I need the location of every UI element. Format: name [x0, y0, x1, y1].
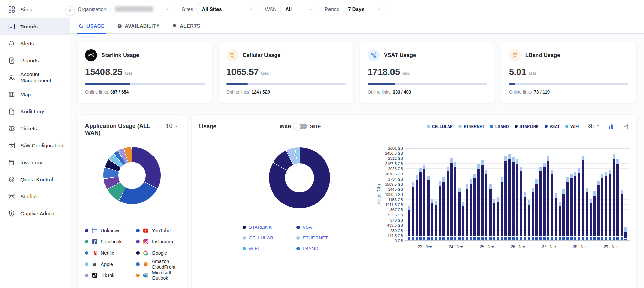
- usage-legend-item-wifi[interactable]: WIFI: [243, 243, 296, 254]
- usage-legend-item-lband[interactable]: LBAND: [296, 243, 328, 254]
- stat-card-starlink-usage: Starlink Usage15408.25GBOnline links 387…: [78, 42, 212, 103]
- sidebar-item-label: Map: [20, 91, 31, 98]
- sidebar-item-inventory[interactable]: Inventory: [0, 154, 70, 171]
- legend-item-apple[interactable]: Apple: [85, 259, 136, 270]
- bar-legend-item-cellular[interactable]: CELLULAR: [427, 124, 453, 129]
- starlink-swoosh-icon: [8, 193, 15, 200]
- bar-segment: [621, 194, 623, 236]
- usage-legend-item-starlink[interactable]: STARLINK: [243, 222, 296, 233]
- filter-sites-select[interactable]: All Sites: [196, 3, 258, 15]
- chevron-down-icon: [309, 7, 313, 11]
- filter-organization-select[interactable]: [110, 3, 175, 15]
- top-n-select[interactable]: 10: [165, 123, 179, 131]
- tab-usage[interactable]: USAGE: [79, 18, 105, 33]
- bar-segment: [570, 237, 573, 240]
- legend-item-facebook[interactable]: Facebook: [85, 236, 136, 248]
- y-axis-tick-label: 1445 GB: [376, 187, 403, 191]
- bar-segment: [427, 176, 430, 179]
- bar-segment: [416, 175, 418, 178]
- youtube-icon: [143, 227, 149, 234]
- x-axis-tick: [611, 241, 611, 242]
- bar-segment: [593, 191, 596, 194]
- bar-segment: [423, 169, 425, 236]
- box-icon: [8, 159, 15, 166]
- sidebar-item-label: Inventory: [20, 159, 42, 166]
- satellite-icon: [368, 49, 380, 61]
- sidebar-item-alerts[interactable]: Alerts: [0, 35, 70, 52]
- stat-card-progress-fill: [368, 83, 395, 85]
- legend-dot: [136, 274, 140, 277]
- sidebar-item-map[interactable]: Map: [0, 86, 70, 103]
- shield-icon: [8, 210, 15, 217]
- sidebar-item-s-w-configuration[interactable]: S/W Configuration: [0, 137, 70, 154]
- usage-legend-item-vsat[interactable]: VSAT: [296, 222, 328, 233]
- stacked-bar: [458, 188, 461, 240]
- bar-legend-item-vsat[interactable]: VSAT: [545, 124, 560, 129]
- sidebar-item-trends[interactable]: Trends: [0, 18, 70, 35]
- application-usage-card: Application Usage (ALL WAN) 10 ?UnknownY…: [78, 115, 187, 288]
- bar-chart-type-button[interactable]: [608, 123, 614, 130]
- bar-segment: [551, 237, 553, 240]
- bar-segment: [493, 199, 495, 202]
- bar-segment: [555, 198, 557, 236]
- legend-item-netflix[interactable]: Netflix: [85, 248, 136, 259]
- legend-item-tiktok[interactable]: TikTok: [85, 270, 136, 281]
- legend-item-google[interactable]: Google: [136, 248, 179, 259]
- bar-segment: [520, 171, 522, 236]
- stacked-bar: [435, 201, 437, 240]
- tab-alerts[interactable]: ALERTS: [172, 18, 200, 33]
- sidebar-item-audit-logs[interactable]: Audit Logs: [0, 103, 70, 120]
- usage-legend-item-cellular[interactable]: CELLULAR: [243, 233, 296, 243]
- filter-label: Sites: [182, 6, 193, 12]
- legend-dot: [296, 236, 300, 240]
- blurred-organization-value: [115, 6, 153, 12]
- tab-availability[interactable]: AVAILABILITY: [117, 18, 160, 33]
- charts-row: Application Usage (ALL WAN) 10 ?UnknownY…: [78, 115, 636, 288]
- legend-item-microsoft-outlook[interactable]: Microsoft Outlook: [136, 270, 179, 281]
- bar-legend-item-ethernet[interactable]: ETHERNET: [458, 124, 484, 129]
- usage-donut-legend: STARLINKVSATCELLULARETHERNETWIFILBAND: [243, 222, 328, 254]
- line-chart-type-button[interactable]: [622, 123, 628, 130]
- legend-item-instagram[interactable]: Instagram: [136, 236, 179, 248]
- map-icon: [8, 91, 15, 98]
- bar-legend-item-lband[interactable]: LBAND: [490, 124, 509, 129]
- bar-segment: [586, 192, 588, 236]
- bar-segment: [435, 237, 437, 240]
- sidebar-item-reports[interactable]: Reports: [0, 52, 70, 69]
- bar-segment: [462, 202, 464, 205]
- legend-dot: [458, 125, 462, 128]
- usage-legend-item-ethernet[interactable]: ETHERNET: [296, 233, 328, 243]
- sidebar-item-captive-admin[interactable]: Captive Admin: [0, 205, 70, 222]
- interval-select[interactable]: 3h: [587, 123, 600, 130]
- wan-site-switch[interactable]: [294, 124, 307, 129]
- bar-segment: [566, 237, 569, 240]
- bar-legend-item-starlink[interactable]: STARLINK: [515, 124, 539, 129]
- sidebar-item-account-management[interactable]: Account Management: [0, 69, 70, 86]
- bar-segment: [435, 205, 437, 236]
- sidebar-collapse-button[interactable]: [66, 6, 75, 15]
- filter-wan-select[interactable]: All: [280, 3, 318, 15]
- bar-segment: [408, 210, 410, 236]
- bar-segment: [532, 237, 534, 240]
- legend-label: STARLINK: [520, 124, 539, 129]
- legend-item-unknown[interactable]: ?Unknown: [85, 225, 136, 236]
- aws-cube-icon: [143, 261, 149, 267]
- stacked-bar: [593, 191, 596, 240]
- legend-item-amazon-cloudfront[interactable]: Amazon CloudFront: [136, 259, 179, 270]
- sidebar-item-starlink[interactable]: Starlink: [0, 188, 70, 205]
- stacked-bar: [555, 193, 557, 240]
- legend-item-youtube[interactable]: YouTube: [136, 225, 179, 236]
- bar-segment: [609, 170, 611, 173]
- bar-legend-item-wifi[interactable]: WIFI: [565, 124, 579, 129]
- sidebar-item-sites[interactable]: Sites: [0, 1, 70, 18]
- legend-label: LBAND: [303, 246, 319, 251]
- donut-hole: [285, 163, 314, 192]
- stat-card-value-row: 15408.25GB: [85, 67, 205, 78]
- legend-label: ETHERNET: [464, 124, 484, 129]
- stacked-bar: [613, 154, 615, 240]
- stat-card-header: LBand Usage: [509, 49, 628, 61]
- filter-period-select[interactable]: 7 Days: [343, 3, 386, 15]
- sidebar-item-quota-kontrol[interactable]: Quota Kontrol: [0, 171, 70, 188]
- content-column: OrganizationSitesAll SitesWANAllPeriod7 …: [70, 0, 644, 288]
- sidebar-item-tickets[interactable]: Tickets: [0, 120, 70, 137]
